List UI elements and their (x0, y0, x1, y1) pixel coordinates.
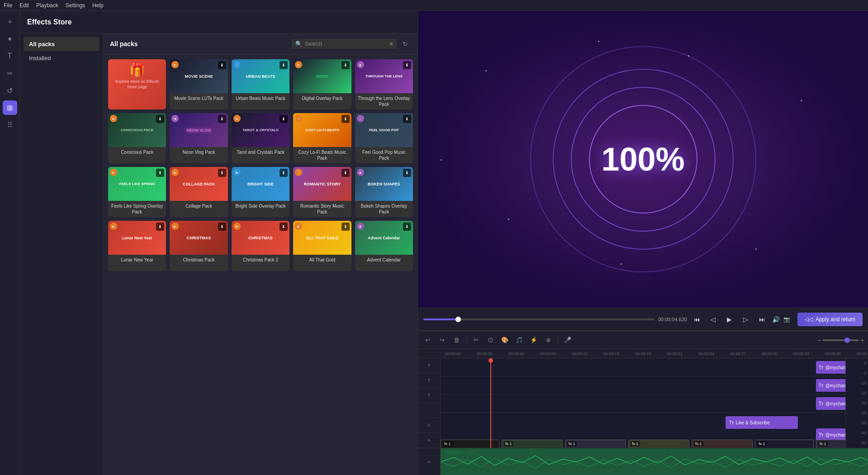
play-btn[interactable]: ▶ (723, 313, 736, 326)
download-lens[interactable]: ⬇ (403, 61, 411, 69)
scissors-icon[interactable]: ✂ (3, 66, 17, 81)
effects-inner: All packs Installed All packs 🔍 ✕ ↻ (20, 33, 417, 475)
prev-frame-btn[interactable]: ◁ (707, 313, 720, 326)
search-input[interactable] (305, 41, 386, 47)
download-gold[interactable]: ⬇ (342, 223, 350, 231)
video-clip-5[interactable]: fx·1 (692, 440, 753, 448)
text-track-mychannel-3[interactable]: Тт @mychannel (816, 397, 845, 410)
cat-all-packs[interactable]: All packs (24, 37, 100, 51)
text-track-mychannel-2[interactable]: Тт @mychannel (816, 379, 845, 392)
download-tarot[interactable]: ⬇ (280, 115, 288, 123)
pack-romantic[interactable]: ROMANTIC STORY ♫ ⬇ Romantic Story Music … (293, 167, 351, 217)
pack-christmas1[interactable]: CHRISTMAS ▶ ⬇ Christmas Pack (170, 221, 228, 271)
download-lunar[interactable]: ⬇ (156, 223, 164, 231)
pack-spring[interactable]: FEELS LIKE SPRING ▶ ⬇ Feels Like Spring … (108, 167, 166, 217)
text-icon[interactable]: T (3, 49, 17, 63)
effects-icon[interactable]: ⊞ (3, 100, 17, 115)
pack-christmas2[interactable]: CHRISTMAS ▶ ⬇ Christmas Pack 2 (232, 221, 289, 271)
pack-movie-scene[interactable]: MOVIE SCENE ▶ ⬇ Movie Scene LUTs Pack (170, 59, 228, 109)
clear-search-icon[interactable]: ✕ (389, 41, 393, 47)
pack-through-lens[interactable]: THROUGH THE LENS ◉ ⬇ Through the Lens Ov… (355, 59, 413, 109)
video-clip-6[interactable]: fx·1 (755, 440, 814, 448)
text-icon-3: Тт (819, 401, 824, 406)
clip-label-4: fx·1 (631, 441, 640, 446)
zoom-out-btn[interactable]: − (817, 337, 821, 344)
menu-file[interactable]: File (4, 2, 12, 9)
menu-edit[interactable]: Edit (19, 2, 29, 9)
progress-handle[interactable] (455, 317, 461, 322)
speed-button[interactable]: ⚡ (528, 334, 540, 346)
download-xmas1[interactable]: ⬇ (218, 223, 226, 231)
cut-button[interactable]: ✂ (470, 334, 482, 346)
like-subscribe-track[interactable]: Тт Like & Subscribe (726, 416, 798, 429)
download-romantic[interactable]: ⬇ (342, 169, 350, 177)
audio-track-content[interactable]: Final Boss.mp3 (441, 448, 868, 475)
video-clip-7[interactable]: fx·1 (816, 440, 845, 448)
next-frame-btn[interactable]: ▷ (740, 313, 752, 326)
pack-neon-vlog[interactable]: NEON VLOG ◉ ⬇ Neon Vlog Pack (170, 113, 228, 163)
menu-help[interactable]: Help (92, 2, 104, 9)
zoom-in-btn[interactable]: + (861, 337, 864, 344)
grid-icon[interactable]: ⠿ (3, 118, 17, 132)
download-collage[interactable]: ⬇ (218, 169, 226, 177)
cat-installed[interactable]: Installed (24, 51, 100, 65)
download-neon[interactable]: ⬇ (218, 115, 226, 123)
delete-button[interactable]: 🗑 (451, 334, 462, 346)
progress-bar[interactable] (423, 318, 655, 320)
pack-collage[interactable]: COLLAGE PACK ▶ ⬇ Collage Pack (170, 167, 228, 217)
menu-playback[interactable]: Playback (36, 2, 58, 9)
mic-button[interactable]: 🎤 (562, 334, 574, 346)
download-urban[interactable]: ⬇ (280, 61, 288, 69)
cursor-icon[interactable]: ↺ (3, 83, 17, 98)
undo-button[interactable]: ↩ (422, 334, 433, 346)
packs-grid: 🎁 Explore more on Effects Store page MOV… (104, 55, 417, 475)
pack-all-gold[interactable]: ALL THAT GOLD ▶ ⬇ All That Gold (293, 221, 351, 271)
pack-digital-overlay[interactable]: DIGIT/ ▶ ⬇ Digital Overlay Pack (293, 59, 351, 109)
download-movie[interactable]: ⬇ (218, 61, 226, 69)
motion-button[interactable]: ⊕ (542, 334, 554, 346)
pack-conscious[interactable]: CONSCIOUS PACK ▶ ⬇ Conscious Pack (108, 113, 166, 163)
pack-lunar[interactable]: Lunar New Year ▶ ⬇ Lunar New Year (108, 221, 166, 271)
download-digital[interactable]: ⬇ (342, 61, 350, 69)
skip-start-btn[interactable]: ⏮ (691, 313, 703, 326)
right-area: 100% 00:00:04.620 ⏮ ◁ ▶ ▷ ⏭ 🔊 📷 ◁◁ Apply… (418, 11, 868, 475)
pack-tarot[interactable]: TAROT & CRYSTALS ▶ ⬇ Tarot and Crystals … (232, 113, 289, 163)
download-feel-good[interactable]: ⬇ (403, 115, 411, 123)
transform-button[interactable]: ⊡ (484, 334, 496, 346)
menu-settings[interactable]: Settings (66, 2, 85, 9)
add-icon[interactable]: ＋ (3, 14, 17, 29)
apply-return-button[interactable]: ◁◁ Apply and return (797, 313, 863, 326)
refresh-button[interactable]: ↻ (399, 38, 411, 50)
download-spring[interactable]: ⬇ (156, 169, 164, 177)
pack-cozy-lofi[interactable]: COZY LO-FI BEATS ♫ ⬇ Cozy Lo-Fi Beats Mu… (293, 113, 351, 163)
skip-end-btn[interactable]: ⏭ (756, 313, 768, 326)
download-conscious[interactable]: ⬇ (156, 115, 164, 123)
download-advent[interactable]: ⬇ (403, 223, 411, 231)
text-track-mychannel-1[interactable]: Тт @mychannel (816, 361, 845, 374)
explore-more-card[interactable]: 🎁 Explore more on Effects Store page (108, 59, 166, 109)
download-bokeh[interactable]: ⬇ (403, 169, 411, 177)
track-row-3: Тт @mychannel (441, 394, 845, 413)
download-cozy[interactable]: ⬇ (342, 115, 350, 123)
text-track-mychannel-4[interactable]: Тт @mychannel (816, 428, 845, 441)
magic-icon[interactable]: ✦ (3, 32, 17, 46)
color-button[interactable]: 🎨 (499, 334, 511, 346)
download-bright[interactable]: ⬇ (280, 169, 288, 177)
pack-advent[interactable]: Advent Calendar ◉ ⬇ Advent Calendar (355, 221, 413, 271)
pack-bokeh[interactable]: BOKEH SHAPES ◉ ⬇ Bokeh Shapes Overlay Pa… (355, 167, 413, 217)
video-clip-2[interactable]: fx·1 (502, 440, 563, 448)
pack-thumb-conscious: CONSCIOUS PACK ▶ ⬇ (108, 113, 166, 147)
zoom-slider[interactable] (823, 339, 859, 341)
redo-button[interactable]: ↪ (436, 334, 448, 346)
download-xmas2[interactable]: ⬇ (280, 223, 288, 231)
video-clip-4[interactable]: fx·1 (628, 440, 689, 448)
pack-urban-beats[interactable]: URBAN BEATS ♫ ⬇ Urban Beats Music Pack (232, 59, 289, 109)
pack-feel-good[interactable]: FEEL GOOD POP ♫ ⬇ Feel Good Pop Music Pa… (355, 113, 413, 163)
snapshot-icon[interactable]: 📷 (783, 316, 790, 323)
video-clip-3[interactable]: fx·1 (565, 440, 626, 448)
zoom-handle[interactable] (844, 337, 850, 343)
volume-icon[interactable]: 🔊 (772, 316, 780, 323)
track-label-4 (418, 403, 440, 418)
pack-bright-side[interactable]: BRIGHT SIDE ▶ ⬇ Bright Side Overlay Pack (232, 167, 289, 217)
audio-button[interactable]: 🎵 (513, 334, 525, 346)
